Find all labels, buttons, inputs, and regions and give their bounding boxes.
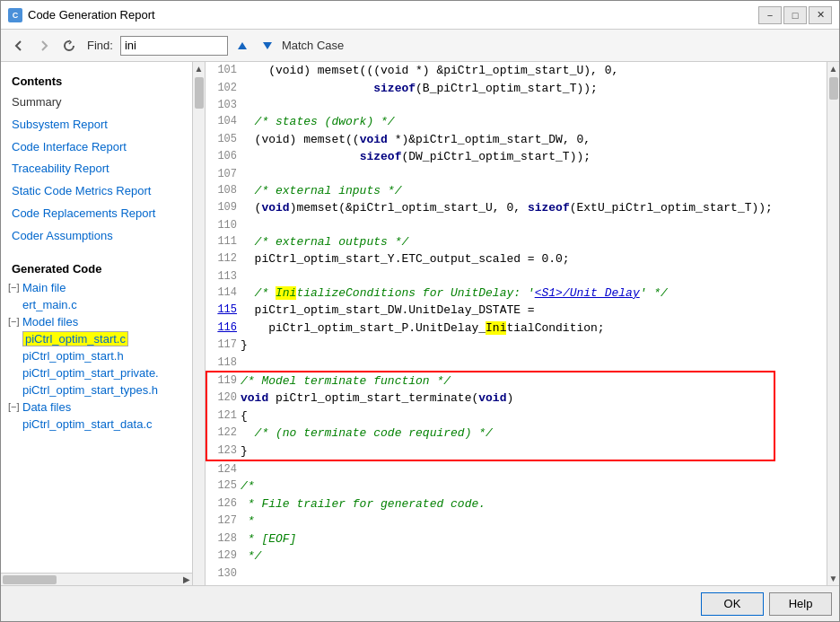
find-input[interactable] (120, 36, 228, 56)
tree-model-file-0[interactable]: piCtrl_optim_start.c (1, 330, 192, 347)
line-number: 117 (206, 337, 239, 355)
code-content (239, 355, 774, 372)
nav-traceability[interactable]: Traceability Report (1, 158, 192, 180)
tree-model-files-group[interactable]: [−] Model files (1, 313, 192, 330)
nav-coder-assumptions[interactable]: Coder Assumptions (1, 225, 192, 248)
svg-marker-3 (263, 42, 272, 49)
main-file-label: Main file (22, 281, 66, 294)
right-arrow-icon[interactable]: ▶ (183, 574, 192, 584)
code-content: /* Model terminate function */ (239, 372, 774, 390)
line-number-linked[interactable]: 115 (206, 302, 239, 320)
code-content: * [EOF] (239, 530, 774, 548)
forward-button[interactable] (33, 35, 55, 57)
code-scroll-down[interactable]: ▼ (827, 572, 839, 585)
table-row: 119 /* Model terminate function */ (206, 372, 774, 390)
close-button[interactable]: ✕ (809, 6, 832, 24)
code-content: (void) memset((void *)&piCtrl_optim_star… (239, 131, 774, 149)
tree-model-file-3[interactable]: piCtrl_optim_start_types.h (1, 381, 192, 399)
line-number: 122 (206, 425, 239, 442)
tree-ert-main[interactable]: ert_main.c (1, 296, 192, 313)
line-number: 121 (206, 407, 239, 425)
line-number: 109 (206, 199, 239, 217)
maximize-button[interactable]: □ (783, 6, 807, 24)
line-number: 104 (206, 113, 239, 131)
scroll-up-arrow[interactable]: ▲ (193, 62, 205, 75)
nav-static-code[interactable]: Static Code Metrics Report (1, 180, 192, 203)
table-row: 120 void piCtrl_optim_start_terminate(vo… (206, 390, 774, 407)
table-row: 121 { (206, 407, 774, 425)
code-vscrollbar[interactable]: ▲ ▼ (827, 62, 839, 585)
tree-model-file-2[interactable]: piCtrl_optim_start_private. (1, 364, 192, 381)
tree-data-files-group[interactable]: [−] Data files (1, 399, 192, 416)
code-content (239, 217, 774, 233)
main-window: C Code Generation Report − □ ✕ Find: (0, 0, 840, 622)
code-content: sizeof(B_piCtrl_optim_start_T)); (239, 80, 774, 98)
table-row: 118 (206, 355, 774, 372)
left-vscrollbar[interactable]: ▲ (192, 62, 205, 585)
code-content (239, 268, 774, 285)
table-row: 117 } (206, 337, 774, 355)
code-scroll-up[interactable]: ▲ (827, 62, 839, 75)
code-content (239, 97, 774, 113)
refresh-button[interactable] (58, 35, 80, 57)
table-row: 109 (void)memset(&piCtrl_optim_start_U, … (206, 199, 774, 217)
bottom-bar: OK Help (1, 585, 839, 621)
code-scroll-thumb[interactable] (829, 77, 838, 100)
code-content: /* states (dwork) */ (239, 113, 774, 131)
code-content: { (239, 407, 774, 425)
line-number: 114 (206, 285, 239, 302)
code-content: /* (239, 477, 774, 495)
scroll-thumb-left[interactable] (195, 77, 204, 109)
model-files-toggle: [−] (8, 316, 22, 327)
line-number-linked[interactable]: 116 (206, 320, 239, 337)
code-scroll[interactable]: 101 (void) memset(((void *) &piCtrl_opti… (206, 62, 827, 585)
nav-code-interface[interactable]: Code Interface Report (1, 136, 192, 159)
code-content: /* (no terminate code required) */ (239, 425, 774, 442)
line-number: 127 (206, 512, 239, 530)
table-row: 116 piCtrl_optim_start_P.UnitDelay_Initi… (206, 320, 774, 337)
left-content: Contents Summary Subsystem Report Code I… (1, 62, 192, 585)
ok-button[interactable]: OK (701, 592, 764, 616)
minimize-button[interactable]: − (758, 6, 782, 24)
line-number: 105 (206, 131, 239, 149)
code-content: /* external inputs */ (239, 182, 774, 200)
code-content: piCtrl_optim_start_P.UnitDelay_InitialCo… (239, 320, 774, 337)
nav-subsystem-report[interactable]: Subsystem Report (1, 114, 192, 136)
code-content: (void) memset(((void *) &piCtrl_optim_st… (239, 62, 774, 80)
data-files-toggle: [−] (8, 401, 22, 412)
line-number: 119 (206, 372, 239, 390)
table-row: 130 (206, 565, 774, 582)
table-row: 113 (206, 268, 774, 285)
table-row: 104 /* states (dwork) */ (206, 113, 774, 131)
back-button[interactable] (8, 35, 30, 57)
line-number: 124 (206, 460, 239, 477)
find-prev-button[interactable] (232, 35, 253, 57)
code-content: (void)memset(&piCtrl_optim_start_U, 0, s… (239, 199, 774, 217)
line-number: 106 (206, 148, 239, 166)
find-next-button[interactable] (257, 35, 278, 57)
line-number: 103 (206, 97, 239, 113)
table-row: 115 piCtrl_optim_start_DW.UnitDelay_DSTA… (206, 302, 774, 320)
model-files-label: Model files (22, 315, 78, 329)
tree-data-file-0[interactable]: piCtrl_optim_start_data.c (1, 416, 192, 433)
app-icon: C (8, 8, 22, 22)
line-number: 111 (206, 233, 239, 251)
match-case-label: Match Case (282, 39, 344, 52)
table-row: 128 * [EOF] (206, 530, 774, 548)
table-row: 112 piCtrl_optim_start_Y.ETC_output_scal… (206, 250, 774, 268)
help-button[interactable]: Help (769, 592, 832, 616)
table-row: 106 sizeof(DW_piCtrl_optim_start_T)); (206, 148, 774, 166)
code-content: void piCtrl_optim_start_terminate(void) (239, 390, 774, 407)
line-number: 125 (206, 477, 239, 495)
code-panel: 101 (void) memset(((void *) &piCtrl_opti… (206, 62, 839, 585)
tree-main-file-group[interactable]: [−] Main file (1, 279, 192, 296)
code-table: 101 (void) memset(((void *) &piCtrl_opti… (206, 62, 775, 582)
nav-summary: Summary (1, 92, 192, 114)
table-row: 123 } (206, 442, 774, 461)
tree-model-file-1[interactable]: piCtrl_optim_start.h (1, 347, 192, 364)
code-link[interactable]: <S1>/Unit Delay (535, 286, 640, 300)
line-number: 102 (206, 80, 239, 98)
line-number: 113 (206, 268, 239, 285)
nav-code-replacements[interactable]: Code Replacements Report (1, 203, 192, 225)
left-panel-hscroll[interactable]: ▶ (1, 573, 192, 585)
